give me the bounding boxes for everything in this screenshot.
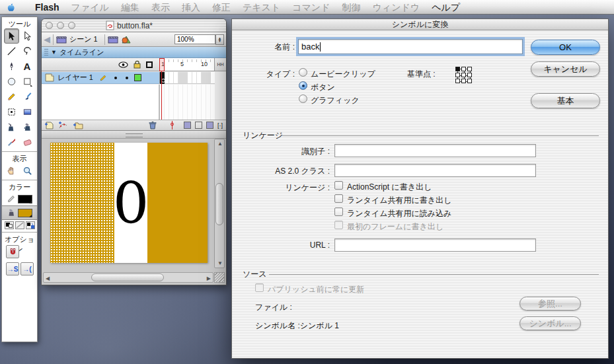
- checkbox-export-actionscript[interactable]: [334, 181, 343, 190]
- smooth-button[interactable]: →S: [6, 262, 19, 275]
- lock-icon[interactable]: [134, 60, 141, 69]
- fill-transform-tool-icon[interactable]: [20, 104, 35, 120]
- straighten-button[interactable]: →(: [20, 262, 34, 275]
- checkbox-export-runtime-sharing[interactable]: [334, 194, 343, 203]
- symbol-button[interactable]: シンボル...: [519, 316, 581, 330]
- add-folder-button[interactable]: [73, 121, 84, 129]
- stroke-color-swatch[interactable]: [18, 195, 32, 203]
- text-tool-icon[interactable]: A: [20, 59, 35, 74]
- brush-tool-icon[interactable]: [20, 89, 35, 104]
- checkbox-import-runtime-sharing[interactable]: [334, 207, 343, 216]
- edit-scene-icon[interactable]: [108, 35, 118, 44]
- radio-movieclip-label[interactable]: ムービークリップ: [311, 69, 375, 80]
- menu-insert[interactable]: 挿入: [176, 0, 206, 15]
- radio-button-label[interactable]: ボタン: [311, 82, 335, 93]
- delete-layer-trash-button[interactable]: [149, 121, 157, 129]
- solid-fill-region[interactable]: [147, 143, 208, 263]
- onion-skin-button[interactable]: [184, 122, 191, 129]
- registration-grid[interactable]: [455, 67, 473, 84]
- menu-text[interactable]: テキスト: [237, 0, 286, 15]
- registration-point-top[interactable]: [461, 67, 466, 71]
- symbol-name-field[interactable]: back: [298, 39, 523, 54]
- zoom-tool-icon[interactable]: [20, 163, 35, 178]
- stroke-color-row[interactable]: [2, 192, 37, 205]
- radio-graphic-label[interactable]: グラフィック: [311, 95, 360, 106]
- selected-fill-region[interactable]: [50, 143, 114, 263]
- checkbox-export-runtime-sharing-label[interactable]: ランタイム共有用に書き出し: [347, 195, 451, 206]
- snap-magnet-button[interactable]: [6, 245, 19, 258]
- pen-tool-icon[interactable]: [4, 59, 19, 74]
- cancel-button[interactable]: キャンセル: [531, 61, 600, 77]
- menu-help[interactable]: ヘルプ: [426, 0, 466, 15]
- playhead-frame-box[interactable]: [159, 58, 165, 71]
- registration-point-topright[interactable]: [467, 67, 472, 71]
- hand-tool-icon[interactable]: [4, 163, 19, 178]
- scroll-up-arrow[interactable]: ▲: [217, 141, 223, 147]
- identifier-field[interactable]: [334, 144, 536, 157]
- apple-menu[interactable]: [0, 0, 20, 15]
- selection-tool-icon[interactable]: [4, 28, 19, 44]
- scroll-down-arrow[interactable]: ▼: [217, 260, 223, 266]
- timeline-ruler[interactable]: 1 5 10: [159, 58, 215, 71]
- menu-control[interactable]: 制御: [336, 0, 367, 15]
- vertical-scrollbar[interactable]: ▲ ▼: [214, 139, 225, 268]
- url-field[interactable]: [334, 238, 536, 252]
- free-transform-tool-icon[interactable]: [4, 104, 19, 120]
- zoom-window-button[interactable]: [68, 22, 75, 29]
- registration-point-right[interactable]: [467, 73, 472, 77]
- outline-view-icon[interactable]: [146, 61, 153, 68]
- ink-bottle-tool-icon[interactable]: [4, 120, 19, 135]
- scroll-left-arrow[interactable]: ◀: [46, 275, 50, 281]
- scroll-right-arrow[interactable]: ▶: [207, 275, 211, 281]
- edit-symbol-icon[interactable]: [121, 35, 132, 44]
- modify-onion-markers-button[interactable]: [·]: [217, 122, 223, 129]
- add-motion-guide-button[interactable]: [58, 121, 69, 129]
- radio-graphic[interactable]: [299, 94, 307, 103]
- no-color-button[interactable]: [15, 221, 24, 229]
- show-hide-eye-icon[interactable]: [118, 61, 128, 68]
- radio-movieclip[interactable]: [299, 68, 307, 77]
- vertical-scroll-thumb[interactable]: [215, 183, 223, 225]
- frames-empty-area[interactable]: [159, 85, 215, 120]
- layer-outline-color-swatch[interactable]: [134, 74, 141, 81]
- document-titlebar[interactable]: button.fla*: [42, 19, 226, 32]
- oval-tool-icon[interactable]: [4, 74, 19, 89]
- menu-file[interactable]: ファイル: [65, 0, 115, 15]
- layer-row[interactable]: レイヤー 1: [42, 72, 159, 84]
- menu-flash[interactable]: Flash: [29, 0, 65, 15]
- registration-point-topleft[interactable]: [455, 67, 460, 71]
- lasso-tool-icon[interactable]: [20, 44, 35, 59]
- timeline-stage-splitter[interactable]: [42, 131, 226, 139]
- scene-name[interactable]: シーン 1: [69, 34, 98, 44]
- disclosure-triangle-icon[interactable]: ▼: [51, 49, 57, 55]
- layer-visible-dot[interactable]: [114, 77, 117, 79]
- zoom-stepper[interactable]: ▲▼: [215, 34, 224, 45]
- line-tool-icon[interactable]: [4, 44, 19, 59]
- radio-button[interactable]: [299, 81, 307, 90]
- back-arrow-icon[interactable]: ◀: [44, 34, 50, 44]
- rectangle-tool-icon[interactable]: [20, 74, 35, 89]
- horizontal-scroll-thumb[interactable]: [91, 273, 164, 281]
- edit-multiple-frames-button[interactable]: [206, 122, 213, 129]
- fill-color-row[interactable]: [2, 206, 37, 219]
- frame-view-options-button[interactable]: HH: [214, 58, 226, 71]
- fill-color-swatch[interactable]: [18, 209, 32, 217]
- default-colors-button[interactable]: [5, 221, 14, 229]
- horizontal-scrollbar[interactable]: ◀ ▶: [43, 272, 213, 283]
- menu-window[interactable]: ウィンドウ: [367, 0, 426, 15]
- white-strip-region[interactable]: 0: [114, 143, 147, 263]
- registration-point-center[interactable]: [461, 73, 466, 77]
- registration-point-bottomleft[interactable]: [455, 79, 460, 83]
- menu-commands[interactable]: コマンド: [286, 0, 336, 15]
- menu-view[interactable]: 表示: [145, 0, 176, 15]
- as2-class-field[interactable]: [334, 164, 536, 177]
- checkbox-export-actionscript-label[interactable]: ActionScript に書き出し: [347, 182, 432, 193]
- stage-canvas[interactable]: 0: [50, 143, 208, 263]
- layer-list-empty-area[interactable]: [42, 85, 159, 120]
- add-layer-button[interactable]: [44, 121, 54, 129]
- onion-skin-outlines-button[interactable]: [195, 122, 202, 129]
- pencil-tool-icon[interactable]: [4, 89, 19, 104]
- registration-point-bottomright[interactable]: [467, 79, 472, 83]
- ok-button[interactable]: OK: [531, 40, 600, 55]
- swap-colors-button[interactable]: [26, 221, 35, 229]
